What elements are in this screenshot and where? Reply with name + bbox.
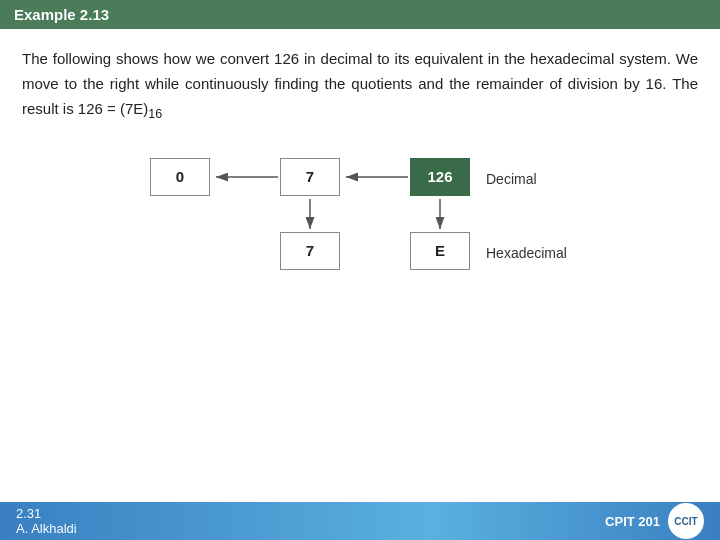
diagram-container: 0 7 126 7 E Decimal Hexadecimal [22, 144, 698, 284]
example-header: Example 2.13 [0, 0, 720, 29]
ccit-logo: CCIT [668, 503, 704, 539]
box-seven-top-value: 7 [306, 165, 314, 190]
box-e-value: E [435, 239, 445, 264]
footer-left: 2.31 A. Alkhaldi [16, 506, 77, 536]
box-seven-bottom-value: 7 [306, 239, 314, 264]
subscript: 16 [148, 107, 162, 121]
label-hexadecimal: Hexadecimal [486, 242, 567, 265]
box-zero-value: 0 [176, 165, 184, 190]
content-area: The following shows how we convert 126 i… [0, 29, 720, 294]
logo-text: CCIT [674, 516, 697, 527]
footer-right: CPIT 201 CCIT [605, 503, 704, 539]
box-126: 126 [410, 158, 470, 196]
description-paragraph: The following shows how we convert 126 i… [22, 47, 698, 124]
footer-bar: 2.31 A. Alkhaldi CPIT 201 CCIT [0, 502, 720, 540]
label-decimal: Decimal [486, 168, 537, 191]
diagram-inner: 0 7 126 7 E Decimal Hexadecimal [150, 144, 570, 284]
header-title: Example 2.13 [14, 6, 109, 23]
label-decimal-text: Decimal [486, 171, 537, 187]
box-zero: 0 [150, 158, 210, 196]
box-126-value: 126 [427, 165, 452, 190]
box-e: E [410, 232, 470, 270]
box-seven-top: 7 [280, 158, 340, 196]
author-name: A. Alkhaldi [16, 521, 77, 536]
label-hexadecimal-text: Hexadecimal [486, 245, 567, 261]
box-seven-bottom: 7 [280, 232, 340, 270]
slide-number: 2.31 [16, 506, 77, 521]
paragraph-text: The following shows how we convert 126 i… [22, 50, 698, 117]
course-label: CPIT 201 [605, 514, 660, 529]
